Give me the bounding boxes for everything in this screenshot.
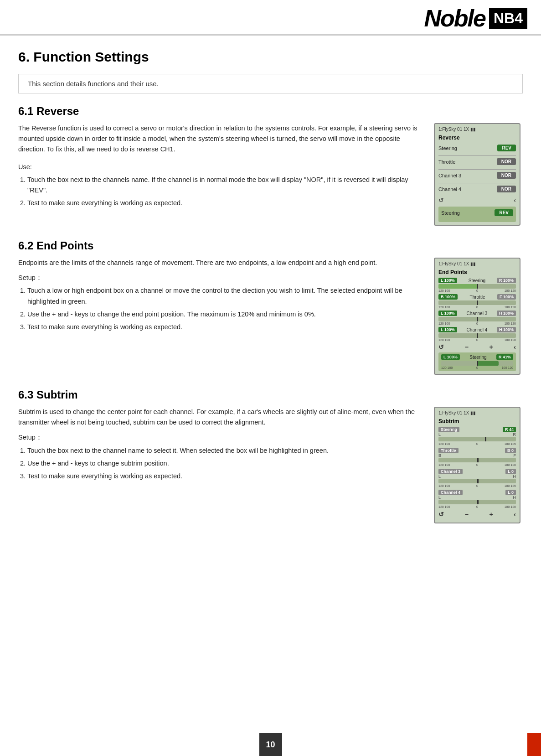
info-text: This section details functions and their… xyxy=(28,80,159,88)
ep-top-throttle: B 100% Throttle F 100% xyxy=(438,294,516,300)
st-val-throttle[interactable]: B 0 xyxy=(505,448,516,453)
st-label-ch4: Channel 4 xyxy=(438,490,463,495)
st-lr-steering: LR xyxy=(438,432,516,437)
lcd-status-63: 1:FlySky 01 1X ▮▮ xyxy=(438,410,476,415)
ep-label-throttle: Throttle xyxy=(470,295,485,300)
ep-numbers-throttle: 120 1000100 120 xyxy=(438,306,516,309)
lcd-61: 1:FlySky 01 1X ▮▮ Reverse Steering REV T… xyxy=(434,123,520,226)
back-icon-st[interactable]: ‹ xyxy=(514,511,516,518)
minus-icon-st[interactable]: − xyxy=(465,511,469,518)
lcd-btn-steering-2[interactable]: REV xyxy=(495,209,513,216)
ep-left-throttle[interactable]: B 100% xyxy=(438,294,458,300)
lcd-title-63: Subtrim xyxy=(438,418,516,425)
ep-bar-ch3 xyxy=(438,317,516,321)
st-label-steering: Steering xyxy=(438,427,459,432)
lcd-label-steering: Steering xyxy=(438,145,457,151)
section-62-text: Endpoints are the limits of the channels… xyxy=(18,258,422,375)
list-item: Test to make sure everything is working … xyxy=(27,471,422,482)
ep-right-ch3[interactable]: H 100% xyxy=(497,311,516,316)
reset-icon[interactable]: ↺ xyxy=(438,197,444,204)
device-63: 1:FlySky 01 1X ▮▮ Subtrim Steering R 44 … xyxy=(432,407,523,523)
ep-left-ch4[interactable]: L 100% xyxy=(438,327,457,332)
reset-icon-st[interactable]: ↺ xyxy=(438,511,444,518)
lcd-title-62: End Points xyxy=(438,269,516,275)
lcd-btn-ch3[interactable]: NOR xyxy=(497,172,516,179)
st-bar-throttle xyxy=(438,458,516,462)
st-val-steering[interactable]: R 44 xyxy=(503,427,516,432)
main-content: 6. Function Settings This section detail… xyxy=(0,36,541,551)
ep-row-ch4: L 100% Channel 4 H 100% 120 1000100 120 xyxy=(438,327,516,342)
ep-row-ch3: L 100% Channel 3 H 100% 120 1000100 120 xyxy=(438,311,516,325)
lcd-header-62: 1:FlySky 01 1X ▮▮ xyxy=(438,261,516,266)
reset-icon-ep[interactable]: ↺ xyxy=(438,343,444,351)
st-numbers-ch4: 120 1000100 120 xyxy=(438,505,516,508)
ep-left-steering[interactable]: L 100% xyxy=(438,278,457,283)
st-controls: ↺ − + ‹ xyxy=(438,511,516,518)
st-bar-ch3 xyxy=(438,479,516,483)
lcd-label-throttle: Throttle xyxy=(438,159,455,165)
st-lr-throttle: BF xyxy=(438,453,516,458)
page-title: 6. Function Settings xyxy=(18,49,523,65)
lcd-label-ch4: Channel 4 xyxy=(438,186,461,192)
lcd-btn-ch4[interactable]: NOR xyxy=(497,186,516,192)
ep-bottom-left[interactable]: L 100% xyxy=(441,354,460,360)
st-numbers-ch3: 120 1000100 135 xyxy=(438,484,516,487)
lcd-row-ch4: Channel 4 NOR xyxy=(438,185,516,193)
ep-bar-throttle xyxy=(438,300,516,305)
ep-right-steering[interactable]: R 100% xyxy=(497,278,516,283)
st-label-throttle: Throttle xyxy=(438,448,459,453)
ep-row-throttle: B 100% Throttle F 100% 120 1000100 120 xyxy=(438,294,516,309)
list-item: Use the + and - keys to change subtrim p… xyxy=(27,458,422,469)
ep-label-steering: Steering xyxy=(469,278,485,283)
st-row-throttle: Throttle B 0 BF 120 1000100 120 xyxy=(438,448,516,466)
lcd-row-steering-2: Steering REV xyxy=(441,208,513,217)
section-63-text: Subtrim is used to change the center poi… xyxy=(18,407,422,523)
ep-label-ch3: Channel 3 xyxy=(467,311,488,316)
ep-bottom-right[interactable]: R 41% xyxy=(496,354,513,360)
ep-bar-bottom xyxy=(441,361,513,366)
back-icon[interactable]: ‹ xyxy=(514,197,516,204)
st-label-ch3: Channel 3 xyxy=(438,469,463,474)
section-62-row: Endpoints are the limits of the channels… xyxy=(18,258,523,375)
ep-numbers-bottom: 120 1000100 120 xyxy=(441,366,513,369)
lcd-status-62: 1:FlySky 01 1X ▮▮ xyxy=(438,261,476,266)
section-62-body: Endpoints are the limits of the channels… xyxy=(18,258,422,268)
section-61-row: The Reverse function is used to correct … xyxy=(18,123,523,226)
st-val-ch4[interactable]: L 0 xyxy=(505,490,516,495)
st-numbers-steering: 120 1000100 135 xyxy=(438,442,516,445)
st-top-steering: Steering R 44 xyxy=(438,427,516,432)
list-item: Touch a low or high endpoint box on a ch… xyxy=(27,285,422,306)
back-icon-ep[interactable]: ‹ xyxy=(514,343,516,351)
plus-icon-ep[interactable]: + xyxy=(489,343,493,351)
ep-left-ch3[interactable]: L 100% xyxy=(438,311,457,316)
ep-right-ch4[interactable]: H 100% xyxy=(497,327,516,332)
list-item: Touch the box next to the channels name.… xyxy=(27,175,422,196)
section-61-title: 6.1 Reverse xyxy=(18,105,523,118)
plus-icon-st[interactable]: + xyxy=(489,511,493,518)
lcd-btn-steering[interactable]: REV xyxy=(497,145,516,151)
list-item: Test to make sure everything is working … xyxy=(27,322,422,332)
lcd-62: 1:FlySky 01 1X ▮▮ End Points L 100% Stee… xyxy=(434,258,520,375)
page-number: 10 xyxy=(259,733,282,756)
logo-noble: Noble xyxy=(424,5,485,32)
lcd-btn-throttle[interactable]: NOR xyxy=(497,158,516,165)
minus-icon-ep[interactable]: − xyxy=(465,343,469,351)
st-val-ch3[interactable]: L 0 xyxy=(505,469,516,474)
lcd-header-61: 1:FlySky 01 1X ▮▮ xyxy=(438,127,516,132)
ep-label-ch4: Channel 4 xyxy=(467,327,488,332)
lcd-row-ch3: Channel 3 NOR xyxy=(438,171,516,180)
section-61-use-label: Use: xyxy=(18,162,422,172)
section-61-text: The Reverse function is used to correct … xyxy=(18,123,422,226)
lcd-title-61: Reverse xyxy=(438,135,516,141)
st-bar-steering xyxy=(438,437,516,441)
lcd-status-61: 1:FlySky 01 1X ▮▮ xyxy=(438,127,476,132)
lcd-row-steering: Steering REV xyxy=(438,144,516,152)
ep-bottom-selected: L 100% Steering R 41% xyxy=(441,354,513,360)
st-row-ch4: Channel 4 L 0 LH 120 1000100 120 xyxy=(438,490,516,508)
ep-right-throttle[interactable]: F 100% xyxy=(497,294,516,300)
lcd-row-throttle: Throttle NOR xyxy=(438,157,516,166)
ep-numbers-ch3: 120 1000100 120 xyxy=(438,322,516,325)
info-box: This section details functions and their… xyxy=(18,74,523,93)
logo-nb4: NB4 xyxy=(489,8,527,29)
device-62: 1:FlySky 01 1X ▮▮ End Points L 100% Stee… xyxy=(432,258,523,375)
